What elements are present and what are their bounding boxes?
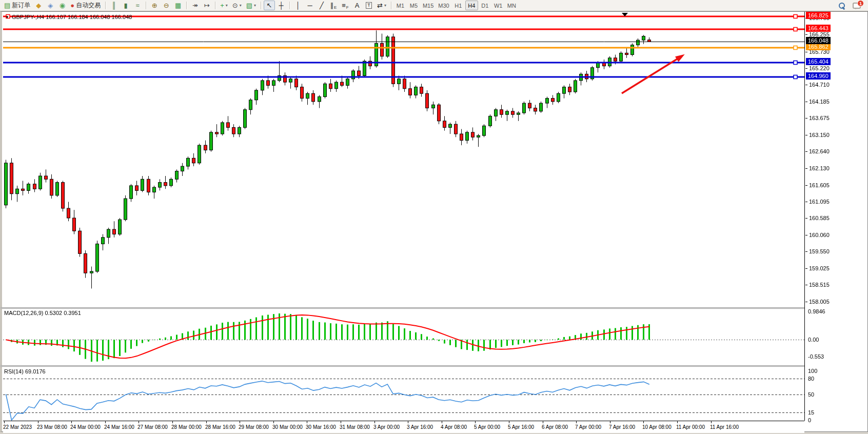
expand-arrow-icon[interactable]: ▼: [5, 15, 9, 19]
toolbar-separator: [186, 2, 187, 9]
cursor-button[interactable]: ↖: [264, 1, 275, 10]
macd-pane-canvas[interactable]: [3, 309, 804, 366]
time-axis-tick: [240, 421, 240, 423]
timeframe-d1-button[interactable]: D1: [479, 1, 491, 10]
zoom-out-icon: ⊖: [164, 2, 169, 9]
cursor-icon: ↖: [267, 2, 272, 9]
fibonacci-button[interactable]: ≡F: [340, 1, 351, 10]
price-level-label[interactable]: 165.862: [806, 43, 831, 50]
time-label: 11 Apr 16:00: [710, 424, 739, 430]
time-label: 5 Apr 00:00: [474, 424, 500, 430]
timeframe-mn-button[interactable]: MN: [505, 1, 518, 10]
signals-button[interactable]: ◉: [56, 1, 68, 10]
pane-separator-rsi[interactable]: [1, 365, 867, 367]
price-tick-label: 160.585: [809, 215, 830, 221]
templates-button[interactable]: ▧▾: [244, 1, 258, 10]
vertical-line-icon: │: [296, 2, 300, 9]
time-axis-tick: [576, 421, 577, 423]
time-label: 6 Apr 08:00: [542, 424, 568, 430]
notifications-icon[interactable]: 1: [853, 3, 861, 9]
price-tick-label: 165.220: [809, 65, 830, 71]
price-level-label[interactable]: 166.443: [806, 25, 831, 32]
text-icon: A: [355, 2, 360, 9]
market-icon: ◆: [36, 2, 41, 9]
price-level-label[interactable]: 165.404: [806, 58, 831, 65]
timeframe-m15-button[interactable]: M15: [421, 1, 436, 10]
auto-scroll-button[interactable]: ↠: [189, 1, 201, 10]
metaeditor-icon: ◈: [48, 2, 53, 9]
price-axis-tick: [805, 235, 807, 235]
trendline-button[interactable]: ╱: [316, 1, 327, 10]
text-label-icon: T: [366, 2, 372, 9]
bar-chart-button[interactable]: ║: [108, 1, 120, 10]
time-axis-tick: [307, 421, 307, 423]
price-axis-tick: [805, 135, 807, 135]
metaeditor-button[interactable]: ◈: [45, 1, 56, 10]
periods-button[interactable]: ⊙▾: [230, 1, 244, 10]
candlestick-chart-button[interactable]: ▮: [120, 1, 131, 10]
timeframe-m5-button[interactable]: M5: [407, 1, 420, 10]
time-label: 24 Mar 00:00: [70, 424, 101, 430]
tile-windows-icon: ▦: [175, 2, 181, 9]
arrows-button[interactable]: ⇄▾: [375, 1, 388, 10]
time-axis: 22 Mar 202323 Mar 08:0024 Mar 00:0024 Ma…: [3, 421, 804, 433]
dropdown-arrow-icon[interactable]: ▾: [226, 3, 228, 8]
timeframe-h1-button[interactable]: H1: [452, 1, 465, 10]
equidistant-channel-button[interactable]: ∥E: [328, 1, 339, 10]
price-axis-tick: [805, 118, 807, 119]
chart-window: [0, 11, 868, 432]
time-label: 31 Mar 08:00: [340, 424, 370, 430]
timeframe-h4-button[interactable]: H4: [465, 1, 478, 10]
macd-axis-label: 0.9846: [808, 308, 825, 314]
price-tick-label: 159.025: [809, 265, 830, 271]
timeframe-m1-button[interactable]: M1: [394, 1, 407, 10]
time-axis-tick: [374, 421, 375, 423]
zoom-out-button[interactable]: ⊖: [161, 1, 172, 10]
line-chart-button[interactable]: ≈: [132, 1, 143, 10]
vertical-line-button[interactable]: │: [292, 1, 304, 10]
search-icon[interactable]: [838, 2, 845, 9]
timeframe-m30-button[interactable]: M30: [436, 1, 451, 10]
price-level-label[interactable]: 166.825: [806, 12, 831, 19]
time-label: 4 Apr 08:00: [441, 424, 467, 430]
zoom-in-icon: ⊕: [152, 2, 157, 9]
time-axis-tick: [341, 421, 341, 423]
price-axis: 166.765166.255165.730165.220164.710164.1…: [804, 12, 867, 421]
macd-indicator-label: MACD(12,26,9) 0.5302 0.3951: [4, 310, 81, 316]
price-level-label[interactable]: 164.960: [806, 72, 831, 80]
timeframe-w1-button[interactable]: W1: [492, 1, 505, 10]
dropdown-arrow-icon[interactable]: ▾: [384, 3, 386, 8]
text-label-button[interactable]: T: [363, 1, 374, 10]
price-axis-tick: [805, 202, 807, 202]
market-button[interactable]: ◆: [33, 1, 44, 10]
price-axis-tick: [805, 285, 807, 285]
tile-windows-button[interactable]: ▦: [172, 1, 184, 10]
time-label: 10 Apr 08:00: [642, 424, 672, 430]
dropdown-arrow-icon[interactable]: ▾: [240, 3, 242, 8]
horizontal-line-button[interactable]: ─: [304, 1, 315, 10]
zoom-in-button[interactable]: ⊕: [149, 1, 160, 10]
time-axis-tick: [206, 421, 207, 423]
notification-badge: 1: [857, 0, 864, 7]
macd-axis-label: 0.00: [808, 337, 819, 343]
time-axis-tick: [442, 421, 442, 423]
chart-shift-button[interactable]: ↦: [201, 1, 212, 10]
pane-separator-macd[interactable]: [1, 307, 867, 309]
toolbar-separator: [215, 2, 215, 9]
price-chart-canvas[interactable]: [3, 12, 804, 308]
rsi-axis-label: 80: [808, 376, 814, 382]
autotrading-button[interactable]: ●自动交易: [68, 1, 103, 10]
equidistant-channel-icon: ∥: [330, 2, 334, 9]
price-tick-label: 158.515: [809, 282, 830, 288]
rsi-pane-canvas[interactable]: [3, 367, 804, 421]
dropdown-arrow-icon[interactable]: ▾: [254, 3, 256, 8]
indicators-button[interactable]: +▾: [218, 1, 230, 10]
text-button[interactable]: A: [351, 1, 363, 10]
price-axis-tick: [805, 52, 807, 52]
chart-shift-icon: ↦: [204, 2, 210, 9]
price-tick-label: 158.005: [809, 299, 830, 305]
crosshair-button[interactable]: ┼: [275, 1, 287, 10]
time-label: 27 Mar 08:00: [137, 424, 168, 430]
time-label: 7 Apr 00:00: [575, 424, 601, 430]
new-order-button[interactable]: ▤新订单: [2, 1, 32, 10]
